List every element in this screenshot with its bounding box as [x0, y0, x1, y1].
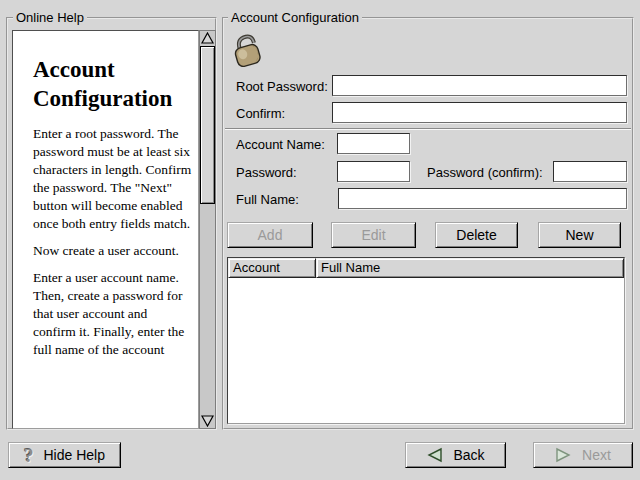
edit-button[interactable]: Edit — [331, 222, 416, 248]
delete-button-label: Delete — [456, 227, 496, 243]
accounts-table-body[interactable] — [228, 278, 624, 423]
padlock-icon — [226, 31, 268, 71]
new-button-label: New — [565, 227, 593, 243]
user-password-input[interactable] — [337, 161, 410, 182]
question-mark-icon: ? — [24, 446, 34, 465]
accounts-table: Account Name Full Name — [227, 257, 625, 424]
help-heading: Account Configuration — [33, 55, 192, 113]
account-name-label: Account Name: — [236, 137, 325, 153]
section-separator — [225, 128, 631, 130]
full-name-input[interactable] — [338, 188, 627, 209]
help-paragraph: Enter a root password. The password must… — [33, 125, 192, 233]
hide-help-button-label: Hide Help — [44, 447, 105, 463]
user-password-label: Password: — [236, 165, 297, 181]
help-paragraph: Now create a user account. — [33, 242, 192, 260]
scroll-up-button[interactable] — [200, 31, 215, 45]
down-arrow-icon — [201, 415, 214, 427]
scroll-down-button[interactable] — [200, 414, 215, 428]
help-paragraph: Enter a user account name. Then, create … — [33, 269, 192, 359]
column-header-full-name[interactable]: Full Name — [316, 258, 624, 278]
next-button-label: Next — [582, 447, 611, 463]
delete-button[interactable]: Delete — [435, 222, 518, 248]
user-password-confirm-label: Password (confirm): — [427, 165, 543, 181]
root-password-label: Root Password: — [236, 79, 328, 95]
account-name-input[interactable] — [337, 133, 410, 154]
hide-help-button[interactable]: ? Hide Help — [8, 442, 121, 468]
installer-window: Online Help Account Configuration Enter … — [0, 0, 640, 480]
back-button-label: Back — [453, 447, 484, 463]
up-arrow-icon — [201, 32, 214, 44]
confirm-password-input[interactable] — [332, 102, 627, 123]
new-button[interactable]: New — [538, 222, 621, 248]
next-button[interactable]: Next — [533, 442, 633, 468]
confirm-password-label: Confirm: — [236, 106, 285, 122]
help-scrollbar[interactable] — [199, 30, 216, 429]
help-text-area: Account Configuration Enter a root passw… — [12, 30, 199, 429]
root-password-input[interactable] — [332, 75, 627, 96]
scrollbar-thumb[interactable] — [200, 46, 215, 204]
add-button[interactable]: Add — [227, 222, 313, 248]
accounts-table-header: Account Name Full Name — [228, 258, 624, 278]
add-button-label: Add — [258, 227, 283, 243]
account-configuration-frame-label: Account Configuration — [228, 10, 362, 25]
user-password-confirm-input[interactable] — [553, 161, 627, 182]
column-header-account-name[interactable]: Account Name — [228, 258, 316, 278]
help-document: Account Configuration Enter a root passw… — [13, 31, 198, 359]
right-triangle-icon — [555, 447, 572, 463]
online-help-frame-label: Online Help — [13, 10, 87, 25]
left-triangle-icon — [426, 447, 443, 463]
back-button[interactable]: Back — [405, 442, 506, 468]
edit-button-label: Edit — [361, 227, 385, 243]
full-name-label: Full Name: — [236, 192, 299, 208]
